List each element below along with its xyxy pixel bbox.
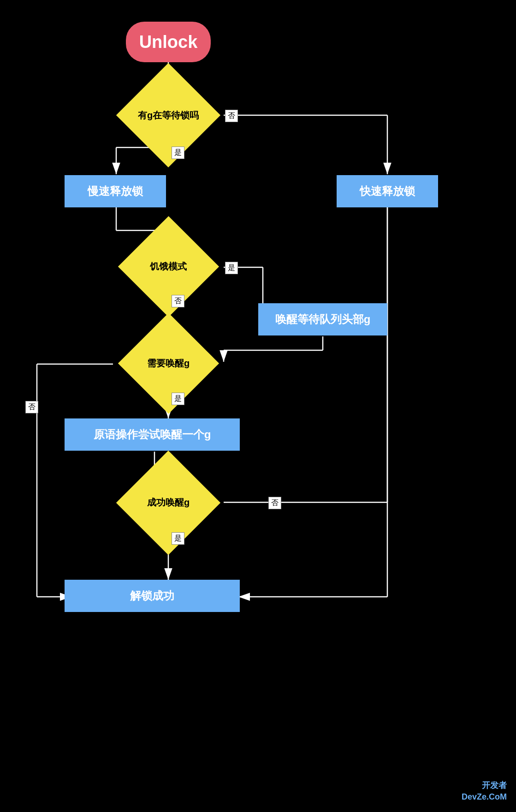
diamond4-label: 成功唤醒g: [147, 496, 190, 509]
box-slow-release: 慢速释放锁: [65, 175, 166, 207]
label-yes3: 是: [172, 393, 184, 405]
diamond3: 需要唤醒g: [58, 331, 279, 395]
diamond3-label: 需要唤醒g: [147, 357, 190, 370]
box-try-wake: 原语操作尝试唤醒一个g: [65, 418, 240, 451]
diamond1-label: 有g在等待锁吗: [138, 109, 199, 122]
label-no1: 否: [225, 110, 238, 122]
label-yes1: 是: [172, 147, 184, 159]
label-no4: 否: [268, 497, 281, 509]
box-fast-release: 快速释放锁: [337, 175, 438, 207]
label-yes2: 是: [225, 262, 238, 274]
diamond2: 饥饿模式: [58, 239, 279, 294]
label-no3: 否: [25, 401, 38, 413]
label-no2: 否: [172, 295, 184, 307]
diamond4: 成功唤醒g: [58, 474, 279, 531]
watermark: 开发者 DevZe.CoM: [462, 780, 507, 803]
diamond1: 有g在等待锁吗: [58, 88, 279, 143]
diamond2-label: 饥饿模式: [150, 260, 187, 273]
box-unlock-success: 解锁成功: [65, 580, 240, 612]
label-yes4: 是: [172, 532, 184, 545]
start-node: Unlock: [126, 22, 211, 62]
